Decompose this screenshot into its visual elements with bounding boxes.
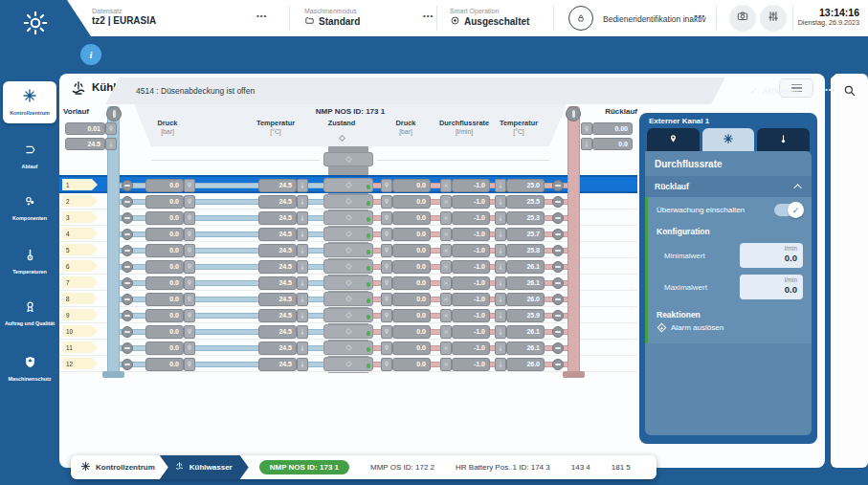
- module-id-badge[interactable]: NMP NOS ID: 173 1: [259, 460, 349, 474]
- coolant-row-5[interactable]: 50.024.50.0-1.025.8: [59, 242, 637, 258]
- pin-icon: [381, 342, 392, 355]
- thermometer-icon: [495, 276, 506, 290]
- panel-title: Externer Kanal 1: [639, 113, 817, 128]
- pin-icon: [184, 195, 195, 209]
- valve-icon[interactable]: [122, 294, 133, 305]
- zustand-block[interactable]: [323, 276, 373, 290]
- zustand-block[interactable]: [323, 357, 373, 371]
- ruecklauf-valve-icon[interactable]: [566, 106, 581, 121]
- zustand-block[interactable]: [323, 308, 373, 322]
- coolant-row-4[interactable]: 40.024.50.0-1.025.7: [59, 226, 637, 242]
- coolant-row-3[interactable]: 30.024.50.0-1.025.3: [59, 209, 637, 226]
- zustand-block[interactable]: [323, 227, 373, 241]
- alarm-reaction-item[interactable]: Alarm auslösen: [658, 323, 803, 332]
- sidebar-item-ablauf[interactable]: Ablauf: [3, 143, 56, 170]
- ruecklauf-section-header[interactable]: Rücklauf: [645, 176, 812, 197]
- valve-icon[interactable]: [122, 326, 133, 338]
- pin-icon: [184, 211, 195, 225]
- coolant-row-6[interactable]: 60.024.50.0-1.026.1: [59, 258, 637, 275]
- coolant-row-2[interactable]: 20.024.50.0-1.025.5: [59, 193, 637, 209]
- valve-icon[interactable]: [552, 310, 564, 321]
- zustand-block[interactable]: [323, 243, 373, 257]
- max-value-input[interactable]: l/min 0.0: [740, 275, 803, 299]
- coolant-row-1[interactable]: 10.024.50.0-1.025.0: [59, 175, 637, 193]
- tab-durchflussrate[interactable]: [702, 128, 755, 151]
- row-number-tag: 8: [62, 293, 98, 304]
- sidebar-item-kontrollzentrum[interactable]: Kontrollzentrum: [3, 81, 56, 123]
- valve-icon[interactable]: [552, 229, 564, 240]
- thermometer-icon: [581, 138, 592, 150]
- sidebar-item-temperaturen[interactable]: Temperaturen: [3, 248, 56, 276]
- durchflussrate-value: -1.0: [452, 276, 490, 290]
- breadcrumb-bar: Kontrollzentrum Kühlwasser NMP NOS ID: 1…: [71, 455, 657, 479]
- datensatz-menu-dots-icon[interactable]: •••: [256, 11, 267, 20]
- zustand-block[interactable]: [323, 292, 373, 306]
- row-number-tag: 1: [62, 179, 98, 190]
- valve-icon[interactable]: [552, 342, 564, 354]
- tab-druck[interactable]: [647, 128, 700, 151]
- max-label: Maximalwert: [664, 283, 707, 292]
- coolant-row-10[interactable]: 100.024.50.0-1.026.1: [59, 323, 637, 340]
- sidebar-item-auftrag-qualitaet[interactable]: Auftrag und Qualität: [3, 299, 56, 327]
- valve-icon[interactable]: [122, 180, 133, 191]
- valve-icon[interactable]: [122, 212, 133, 224]
- module-id-item[interactable]: MMP OS ID: 172 2: [370, 463, 434, 472]
- valve-icon[interactable]: [122, 342, 133, 354]
- zustand-master-block[interactable]: [323, 152, 373, 166]
- valve-icon[interactable]: [552, 245, 564, 256]
- zustand-block[interactable]: [323, 324, 373, 339]
- zustand-block[interactable]: [323, 210, 373, 225]
- module-id-item[interactable]: 143 4: [571, 463, 590, 472]
- valve-icon[interactable]: [552, 212, 564, 224]
- valve-icon[interactable]: [122, 245, 133, 256]
- module-id-item[interactable]: HR Battery Pos. 1 ID: 174 3: [456, 463, 550, 472]
- breadcrumb-kontrollzentrum[interactable]: Kontrollzentrum: [71, 461, 167, 474]
- valve-icon[interactable]: [122, 261, 133, 273]
- zustand-block[interactable]: [323, 341, 373, 355]
- druck-ruecklauf-value: 0.0: [392, 244, 431, 257]
- alert-menu-dots-icon[interactable]: •••: [825, 85, 835, 94]
- valve-icon[interactable]: [122, 277, 133, 289]
- valve-icon[interactable]: [122, 310, 133, 321]
- min-value-input[interactable]: l/min 0.0: [740, 243, 803, 268]
- coolant-row-9[interactable]: 90.024.50.0-1.025.9: [59, 307, 637, 323]
- coolant-row-7[interactable]: 70.024.50.0-1.026.1: [59, 275, 637, 291]
- bediener-menu-dots-icon[interactable]: •••: [695, 11, 705, 20]
- valve-icon[interactable]: [122, 196, 133, 208]
- valve-icon[interactable]: [552, 294, 564, 305]
- coolant-row-8[interactable]: 80.024.50.0-1.026.0: [59, 291, 637, 307]
- valve-icon[interactable]: [122, 359, 133, 370]
- coolant-row-11[interactable]: 110.024.50.0-1.026.1: [59, 340, 637, 356]
- coolant-row-12[interactable]: 120.024.50.0-1.026.0: [59, 356, 637, 372]
- pin-icon: [381, 244, 392, 257]
- vorlauf-valve-icon[interactable]: [106, 106, 122, 121]
- sidebar-item-komponenten[interactable]: Komponenten: [3, 194, 56, 222]
- valve-icon[interactable]: [552, 196, 564, 208]
- breadcrumb-kuehlwasser[interactable]: Kühlwasser: [160, 455, 249, 479]
- valve-icon[interactable]: [552, 326, 564, 338]
- settings-button[interactable]: [760, 5, 787, 32]
- maschinenmodus-menu-dots-icon[interactable]: •••: [423, 11, 434, 20]
- camera-button[interactable]: [729, 5, 756, 32]
- alert-message[interactable]: 4514 : Düsenabdeckung ist offen: [105, 77, 725, 104]
- druck-ruecklauf-value: 0.0: [392, 309, 431, 322]
- lock-icon[interactable]: [568, 6, 593, 31]
- zustand-block[interactable]: [323, 178, 373, 192]
- tab-temperatur[interactable]: [757, 128, 810, 151]
- sidebar-item-maschinenschutz[interactable]: Maschinenschutz: [3, 355, 56, 383]
- valve-icon[interactable]: [552, 359, 564, 370]
- temp-ruecklauf-value: 26.0: [506, 358, 545, 371]
- valve-icon[interactable]: [552, 277, 564, 289]
- zustand-block[interactable]: [323, 194, 373, 209]
- pipe-foot: [102, 371, 124, 378]
- module-id-item[interactable]: 181 5: [612, 463, 631, 472]
- search-button[interactable]: [838, 81, 861, 104]
- zustand-block[interactable]: [323, 259, 373, 274]
- info-icon[interactable]: i: [80, 44, 101, 65]
- valve-icon[interactable]: [552, 180, 564, 191]
- monitor-toggle[interactable]: [774, 204, 803, 216]
- thermometer-icon: [495, 342, 506, 355]
- activate-button[interactable]: Aktivieren: [731, 78, 817, 102]
- valve-icon[interactable]: [552, 261, 564, 273]
- valve-icon[interactable]: [122, 229, 133, 240]
